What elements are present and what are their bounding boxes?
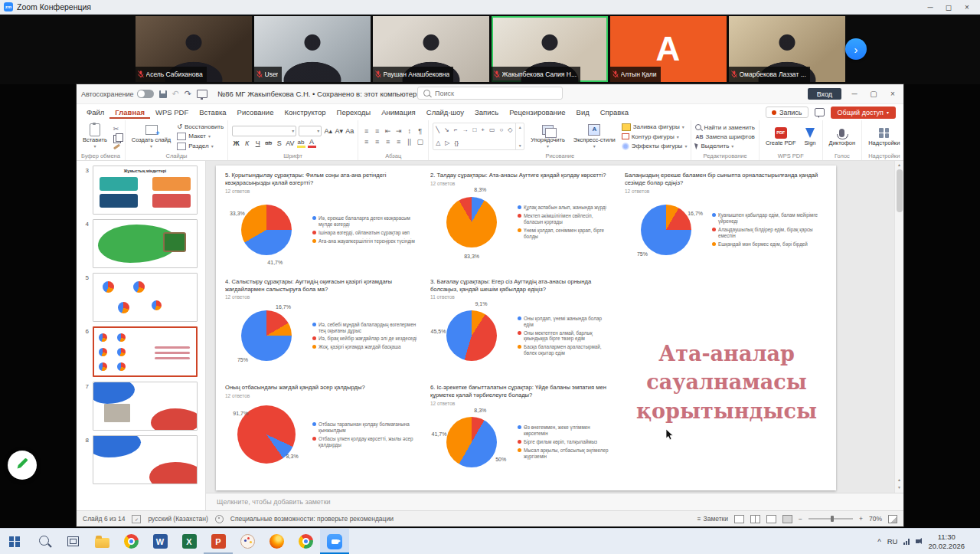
- ribbon-tab-анимация[interactable]: Анимация: [376, 106, 421, 119]
- ribbon-tab-вид[interactable]: Вид: [571, 106, 595, 119]
- smartart-convert-button[interactable]: ▢: [416, 138, 424, 146]
- sign-button[interactable]: Sign: [802, 126, 818, 146]
- participant-tile[interactable]: Жакыпбекова Салия Н...: [492, 16, 608, 82]
- annotation-pencil-button[interactable]: [8, 451, 37, 480]
- cut-icon[interactable]: ✂: [113, 125, 121, 133]
- ribbon-tab-запись[interactable]: Запись: [469, 106, 504, 119]
- slide-thumbnail-5[interactable]: [93, 273, 198, 322]
- dictate-button[interactable]: Диктофон: [827, 126, 858, 146]
- format-painter-icon[interactable]: [113, 144, 120, 150]
- ribbon-tab-рецензирование[interactable]: Рецензирование: [504, 106, 570, 119]
- align-right-button[interactable]: ≡: [384, 138, 392, 146]
- new-slide-button[interactable]: Создать слайд▾: [129, 123, 173, 149]
- fit-slide-button[interactable]: [888, 515, 897, 523]
- volume-icon[interactable]: [916, 539, 920, 543]
- increase-indent-button[interactable]: ⇥: [394, 127, 403, 136]
- accessibility-status[interactable]: Специальные возможности: проверьте реком…: [230, 515, 394, 523]
- shape-effects-button[interactable]: Эффекты фигуры▾: [622, 143, 688, 150]
- slide-thumbnail-3[interactable]: Жұмыстың міндеттері: [93, 166, 198, 215]
- record-button[interactable]: Запись: [766, 107, 808, 118]
- zoom-close-button[interactable]: ×: [958, 1, 976, 14]
- notes-pane[interactable]: Щелкните, чтобы добавить заметки: [206, 493, 903, 510]
- change-case-button[interactable]: Aa: [345, 126, 354, 136]
- ribbon-tab-конструктор[interactable]: Конструктор: [279, 106, 331, 119]
- numbering-button[interactable]: ≡: [373, 127, 381, 136]
- slideshow-view-button[interactable]: [782, 515, 792, 523]
- text-direction-button[interactable]: ¶: [416, 127, 424, 136]
- comments-icon[interactable]: [815, 108, 825, 116]
- slide-thumbnail-6-selected[interactable]: [93, 326, 198, 377]
- zoom-slider[interactable]: [808, 518, 853, 520]
- participant-tile[interactable]: Раушан Анашбековна: [373, 16, 489, 82]
- autosave-control[interactable]: Автосохранение: [81, 90, 154, 98]
- bullets-button[interactable]: ≡: [362, 127, 371, 136]
- zoom-out-button[interactable]: −: [799, 515, 802, 523]
- zoom-slider-knob[interactable]: [831, 516, 834, 522]
- language-switcher[interactable]: RU: [887, 537, 898, 546]
- slide-thumbnail-7[interactable]: [93, 382, 198, 431]
- scrollbar-thumb[interactable]: [897, 169, 903, 212]
- shape-fill-button[interactable]: Заливка фигуры▾: [622, 123, 688, 131]
- grow-font-button[interactable]: A▴: [324, 126, 332, 136]
- network-icon[interactable]: [903, 539, 910, 545]
- chrome-taskbar-button[interactable]: [116, 529, 145, 554]
- font-name-combo[interactable]: ▾: [232, 126, 296, 136]
- next-participants-button[interactable]: ›: [845, 38, 867, 60]
- zoom-maximize-button[interactable]: ◻: [939, 1, 958, 14]
- shape-outline-button[interactable]: Контур фигуры▾: [622, 133, 688, 140]
- notes-toggle-button[interactable]: ≡Заметки: [697, 515, 728, 523]
- bold-button[interactable]: Ж: [232, 139, 240, 148]
- slide-sorter-view-button[interactable]: [750, 515, 760, 523]
- normal-view-button[interactable]: [734, 515, 744, 523]
- powerpoint-taskbar-button[interactable]: P: [204, 529, 233, 554]
- language-indicator[interactable]: русский (Казахстан): [148, 515, 207, 523]
- participant-tile[interactable]: Асель Сабиханова: [136, 16, 252, 82]
- start-slideshow-icon[interactable]: [197, 90, 207, 98]
- paste-button[interactable]: Вставить▾: [80, 123, 109, 149]
- reading-view-button[interactable]: [766, 515, 776, 523]
- previous-slide-button[interactable]: ▲: [897, 477, 901, 482]
- zoom-level[interactable]: 70%: [869, 515, 882, 523]
- ribbon-tab-слайд-шоу[interactable]: Слайд-шоу: [421, 106, 469, 119]
- reset-slide-button[interactable]: ↺Восстановить: [177, 123, 224, 130]
- excel-taskbar-button[interactable]: X: [175, 529, 204, 554]
- find-replace-button[interactable]: Найти и заменить: [695, 124, 755, 131]
- font-size-combo[interactable]: ▾: [299, 126, 322, 136]
- addins-button[interactable]: Надстройки: [866, 126, 902, 146]
- italic-button[interactable]: К: [243, 139, 251, 148]
- save-icon[interactable]: [159, 90, 167, 98]
- ppt-minimize-button[interactable]: ─: [848, 90, 861, 98]
- ppt-close-button[interactable]: ×: [887, 90, 899, 98]
- ribbon-tab-переходы[interactable]: Переходы: [332, 106, 377, 119]
- zoom-taskbar-button[interactable]: [320, 529, 349, 554]
- taskbar-clock[interactable]: 11:30 20.02.2026: [928, 533, 965, 550]
- undo-icon[interactable]: ↶: [172, 90, 179, 98]
- ribbon-tab-справка[interactable]: Справка: [595, 106, 634, 119]
- line-spacing-button[interactable]: ↕: [405, 127, 413, 136]
- columns-button[interactable]: ||: [405, 138, 413, 146]
- chrome-taskbar-button[interactable]: [291, 529, 320, 554]
- share-button[interactable]: Общий доступ▾: [831, 107, 896, 119]
- quick-styles-button[interactable]: A Экспресс-стили▾: [571, 123, 618, 149]
- search-input[interactable]: Поиск: [417, 87, 563, 100]
- ribbon-tab-wps-pdf[interactable]: WPS PDF: [150, 106, 194, 119]
- ppt-restore-button[interactable]: ▢: [867, 90, 880, 98]
- font-color-button[interactable]: A: [308, 139, 316, 148]
- ribbon-tab-вставка[interactable]: Вставка: [194, 106, 231, 119]
- shrink-font-button[interactable]: A▾: [335, 126, 343, 136]
- zoom-in-button[interactable]: +: [859, 515, 863, 523]
- hidden-icons-chevron[interactable]: ^: [877, 537, 880, 546]
- strikethrough-button[interactable]: ab: [264, 139, 273, 148]
- underline-button[interactable]: Ч: [253, 139, 262, 148]
- create-pdf-button[interactable]: PDF Create PDF: [763, 126, 799, 146]
- start-button[interactable]: [0, 529, 29, 554]
- text-shadow-button[interactable]: S: [275, 139, 283, 148]
- task-view-button[interactable]: [58, 529, 87, 554]
- current-slide[interactable]: 5. Қорытындылау сұрақтары: Фильм соңы ат…: [216, 166, 836, 490]
- firefox-taskbar-button[interactable]: [262, 529, 291, 554]
- justify-button[interactable]: ≡: [394, 138, 403, 146]
- slide-thumbnail-8[interactable]: [93, 435, 198, 484]
- slide-thumbnail-4[interactable]: [93, 219, 198, 268]
- zoom-minimize-button[interactable]: ─: [921, 1, 939, 14]
- highlight-color-button[interactable]: ab: [297, 139, 305, 148]
